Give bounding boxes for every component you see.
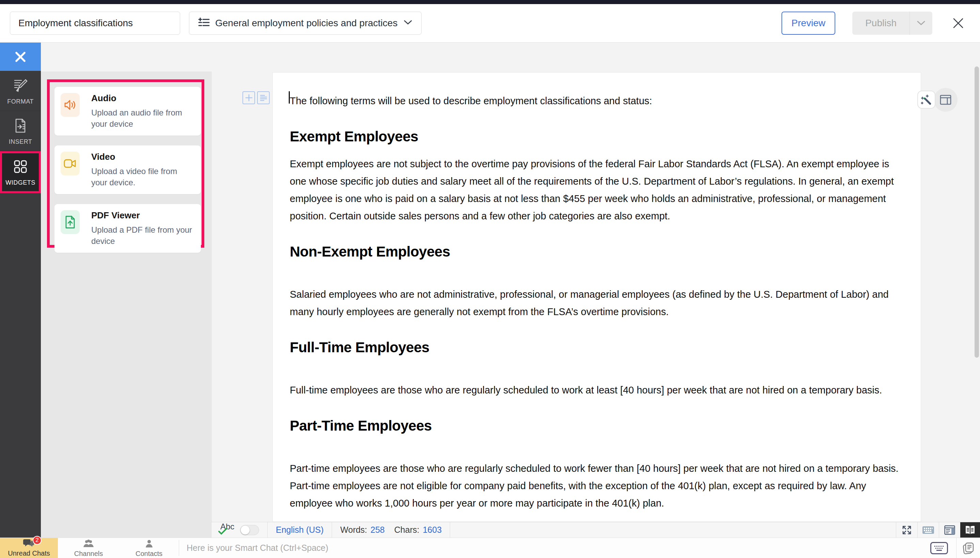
widgets-grid-icon (13, 159, 28, 176)
paragraph-style-button[interactable] (257, 91, 270, 104)
add-to-list-icon (198, 17, 210, 30)
document-scrollbar[interactable] (975, 66, 979, 358)
widget-description: Upload a video file from your device. (91, 166, 193, 188)
close-panel-button[interactable] (0, 43, 41, 71)
word-count[interactable]: 258 (370, 525, 385, 535)
video-icon (61, 152, 80, 176)
widget-description: Upload a PDF file from your device (91, 224, 193, 247)
collection-dropdown-label: General employment policies and practice… (215, 18, 398, 29)
smart-assist-wand-icon[interactable] (917, 90, 936, 109)
paragraph: Exempt employees are not subject to the … (290, 155, 902, 225)
preview-button[interactable]: Preview (782, 11, 835, 35)
recent-chats-icon[interactable] (956, 538, 980, 558)
sidebar-item-label: FORMAT (7, 98, 34, 105)
spellcheck-toggle-group: Abc (211, 522, 267, 538)
widget-card-video[interactable]: Video Upload a video file from your devi… (54, 146, 201, 194)
panel-view-button[interactable] (939, 522, 960, 538)
language-selector[interactable]: English (US) (268, 522, 332, 538)
words-label: Words: (340, 525, 367, 535)
widget-title: Audio (91, 93, 193, 103)
char-count[interactable]: 1603 (422, 525, 442, 535)
chevron-down-icon (404, 20, 412, 26)
unread-count-badge: 2 (33, 536, 41, 545)
window-top-strip (0, 0, 980, 4)
audio-icon (61, 93, 80, 117)
sidebar-item-widgets[interactable]: WIDGETS (0, 151, 41, 193)
publish-options-button[interactable] (910, 11, 933, 35)
chat-keyboard-icon[interactable] (930, 542, 948, 554)
paragraph: Full-time employees are those who are re… (290, 382, 902, 399)
heading-full-time-employees: Full-Time Employees (290, 339, 902, 356)
tab-label: Contacts (136, 550, 162, 558)
insert-document-icon (13, 118, 28, 135)
publish-button[interactable]: Publish (852, 11, 910, 35)
keyboard-shortcuts-button[interactable] (918, 522, 939, 538)
paragraph: Part-time employees are those who are re… (290, 460, 902, 512)
tab-contacts[interactable]: Contacts (119, 538, 179, 558)
widget-title: Video (91, 152, 193, 162)
sidebar-item-insert[interactable]: INSERT (0, 111, 41, 151)
heading-exempt-employees: Exempt Employees (290, 128, 902, 145)
close-editor-button[interactable] (951, 16, 966, 31)
widget-card-pdf-viewer[interactable]: PDF Viewer Upload a PDF file from your d… (54, 204, 201, 253)
page-layout-button[interactable] (934, 88, 957, 112)
document-page[interactable]: The following terms will be used to desc… (272, 72, 921, 522)
sidebar-item-format[interactable]: FORMAT (0, 71, 41, 111)
sidebar-item-label: WIDGETS (5, 179, 35, 186)
contact-person-icon (145, 540, 153, 549)
widget-title: PDF Viewer (91, 210, 193, 221)
spellcheck-icon: Abc (220, 523, 235, 537)
widget-description: Upload an audio file from your device (91, 107, 193, 130)
left-sidebar: FORMAT INSERT WIDGETS (0, 43, 41, 538)
format-brush-icon (13, 78, 28, 95)
chars-label: Chars: (394, 525, 419, 535)
widgets-highlight-box: Audio Upload an audio file from your dev… (47, 79, 204, 248)
document-title-input[interactable] (10, 11, 180, 35)
tab-unread-chats[interactable]: 2 Unread Chats (0, 538, 58, 558)
tab-channels[interactable]: Channels (58, 538, 119, 558)
spellcheck-toggle[interactable] (240, 525, 259, 535)
heading-part-time-employees: Part-Time Employees (290, 417, 902, 434)
smart-chat-bar: 2 Unread Chats Channels Contacts Here is… (0, 538, 980, 558)
heading-non-exempt-employees: Non-Exempt Employees (290, 243, 902, 260)
widget-card-audio[interactable]: Audio Upload an audio file from your dev… (54, 87, 201, 136)
paragraph: The following terms will be used to desc… (290, 92, 902, 110)
word-count-group: Words: 258 Chars: 1603 (332, 522, 450, 538)
editor-topbar: General employment policies and practice… (0, 4, 980, 43)
text-cursor (289, 91, 290, 103)
tab-label: Channels (74, 550, 103, 558)
add-block-button[interactable] (242, 91, 255, 104)
publish-button-group: Publish (852, 11, 933, 35)
page-tools (242, 91, 270, 104)
collection-dropdown[interactable]: General employment policies and practice… (189, 11, 422, 35)
smart-chat-input[interactable]: Here is your Smart Chat (Ctrl+Space) (179, 538, 930, 558)
sidebar-item-label: INSERT (9, 138, 32, 146)
paragraph: Salaried employees who are not administr… (290, 286, 902, 320)
tab-label: Unread Chats (8, 550, 50, 557)
reader-view-button[interactable] (960, 522, 980, 538)
document-status-bar: Abc English (US) Words: 258 Chars: 1603 (211, 522, 980, 538)
pdf-upload-icon (61, 210, 80, 234)
channels-people-icon (83, 540, 94, 549)
fullscreen-button[interactable] (896, 522, 917, 538)
